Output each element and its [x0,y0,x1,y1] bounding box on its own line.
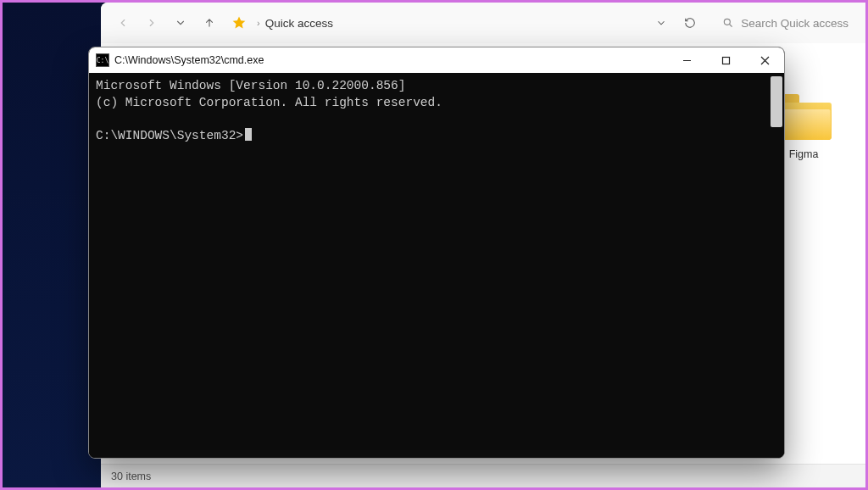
minimize-button[interactable] [667,47,706,73]
command-prompt-window[interactable]: C:\ C:\Windows\System32\cmd.exe Microsof… [88,47,785,459]
minimize-icon [682,56,692,65]
search-icon [722,17,734,29]
item-count: 30 items [111,471,151,482]
scrollbar-thumb[interactable] [771,76,782,127]
quick-access-star-icon [230,14,248,32]
explorer-status-bar: 30 items [101,464,865,487]
back-button[interactable] [111,11,135,35]
svg-point-0 [725,19,731,25]
breadcrumb-label: Quick access [265,17,333,30]
breadcrumb[interactable]: › Quick access [257,17,333,30]
cmd-prompt: C:\WINDOWS\System32> [96,129,243,142]
maximize-button[interactable] [706,47,745,73]
search-input[interactable]: Search Quick access [715,14,855,33]
window-title: C:\Windows\System32\cmd.exe [114,54,264,66]
chevron-down-icon [655,17,667,29]
forward-button[interactable] [140,11,164,35]
arrow-up-icon [203,17,215,29]
chevron-right-icon: › [257,18,260,28]
breadcrumb-dropdown-button[interactable] [649,11,673,35]
arrow-left-icon [117,17,129,29]
chevron-down-icon [175,17,186,29]
refresh-icon [684,17,696,29]
folder-label: Figma [789,148,819,160]
cmd-icon: C:\ [96,53,109,67]
close-icon [760,56,770,65]
svg-rect-1 [722,57,729,64]
recent-locations-button[interactable] [169,11,192,35]
up-button[interactable] [198,11,221,35]
cursor [245,128,252,141]
refresh-button[interactable] [678,11,702,35]
cmd-line: (c) Microsoft Corporation. All rights re… [96,96,442,109]
search-placeholder: Search Quick access [741,17,849,30]
cmd-line: Microsoft Windows [Version 10.0.22000.85… [96,79,405,92]
explorer-toolbar: › Quick access Search Quick access [101,3,865,43]
close-button[interactable] [745,47,784,73]
maximize-icon [721,56,731,65]
terminal-output[interactable]: Microsoft Windows [Version 10.0.22000.85… [89,73,784,458]
cmd-titlebar[interactable]: C:\ C:\Windows\System32\cmd.exe [89,47,784,73]
arrow-right-icon [146,17,158,29]
